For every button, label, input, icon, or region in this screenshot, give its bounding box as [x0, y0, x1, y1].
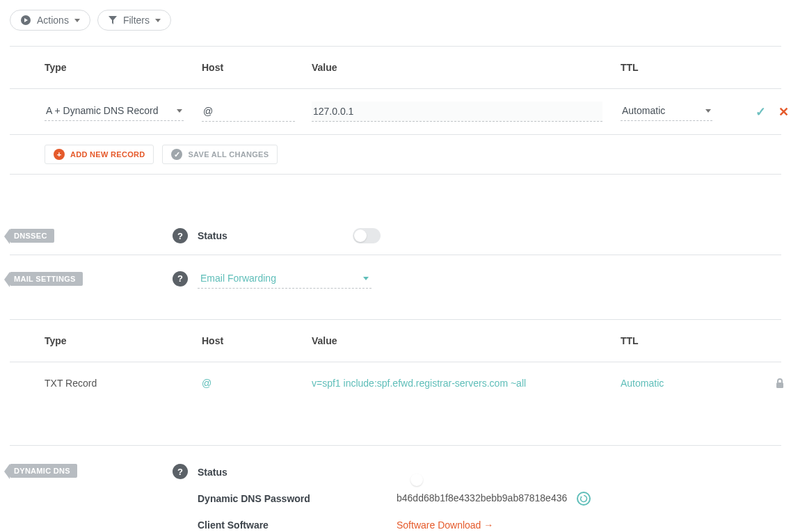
- col-ttl: TTL: [621, 335, 742, 346]
- mail-record-row: TXT Record @ v=spf1 include:spf.efwd.reg…: [10, 362, 781, 404]
- filters-button[interactable]: Filters: [97, 10, 171, 31]
- record-edit-row: A + Dynamic DNS Record Automatic ✓ ✕: [10, 89, 781, 135]
- col-host: Host: [202, 62, 312, 73]
- mail-settings-section: MAIL SETTINGS ? Email Forwarding: [10, 264, 781, 293]
- col-type: Type: [45, 62, 202, 73]
- mail-record-host: @: [202, 378, 312, 389]
- mail-record-value: v=spf1 include:spf.efwd.registrar-server…: [312, 378, 621, 389]
- save-all-changes-label: SAVE ALL CHANGES: [188, 150, 269, 159]
- col-host: Host: [202, 335, 312, 346]
- col-type: Type: [45, 335, 202, 346]
- dynamic-dns-tag: DYNAMIC DNS: [10, 464, 77, 478]
- record-host-input[interactable]: [202, 102, 295, 122]
- mail-record-ttl: Automatic: [621, 378, 742, 389]
- mail-record-type: TXT Record: [45, 378, 202, 389]
- client-software-label: Client Software: [198, 519, 397, 531]
- filters-label: Filters: [123, 15, 150, 26]
- col-value: Value: [312, 62, 621, 73]
- save-all-changes-button[interactable]: ✓ SAVE ALL CHANGES: [162, 145, 278, 164]
- chevron-down-icon: [155, 19, 161, 22]
- mail-forwarding-select[interactable]: Email Forwarding: [198, 268, 371, 289]
- mail-settings-tag: MAIL SETTINGS: [10, 272, 83, 286]
- play-icon: [20, 15, 31, 26]
- record-type-value: A + Dynamic DNS Record: [46, 105, 158, 116]
- add-new-record-button[interactable]: + ADD NEW RECORD: [45, 145, 154, 164]
- mail-table-header: Type Host Value TTL: [10, 319, 781, 362]
- dyndns-password-value: b46dd68b1f8e4332bebb9ab87818e436: [397, 492, 567, 503]
- record-value-input[interactable]: [312, 102, 602, 122]
- help-icon[interactable]: ?: [173, 464, 188, 479]
- check-icon: ✓: [171, 149, 182, 160]
- dyndns-password-label: Dynamic DNS Password: [198, 493, 397, 504]
- dnssec-status-label: Status: [198, 230, 227, 241]
- svg-rect-3: [776, 382, 783, 388]
- help-icon[interactable]: ?: [173, 228, 188, 243]
- col-ttl: TTL: [621, 62, 742, 73]
- chevron-down-icon: [705, 109, 711, 113]
- dynamic-dns-section: DYNAMIC DNS ? Status Dynamic DNS Passwor…: [10, 454, 781, 532]
- record-type-select[interactable]: A + Dynamic DNS Record: [45, 102, 184, 121]
- cancel-icon[interactable]: ✕: [778, 104, 789, 120]
- chevron-down-icon: [177, 109, 182, 113]
- lock-icon: [742, 378, 791, 389]
- dnssec-section: DNSSEC ? Status: [10, 223, 781, 255]
- svg-marker-2: [109, 16, 117, 24]
- confirm-icon[interactable]: ✓: [756, 104, 766, 120]
- help-icon[interactable]: ?: [173, 271, 188, 287]
- plus-icon: +: [54, 149, 65, 160]
- dnssec-status-toggle[interactable]: [353, 228, 381, 243]
- actions-label: Actions: [37, 15, 69, 26]
- record-ttl-value: Automatic: [622, 105, 665, 116]
- dnssec-tag: DNSSEC: [10, 229, 54, 243]
- add-new-record-label: ADD NEW RECORD: [70, 150, 145, 159]
- toolbar: Actions Filters: [10, 10, 781, 31]
- record-ttl-select[interactable]: Automatic: [621, 102, 712, 121]
- dyndns-status-label: Status: [198, 467, 397, 478]
- record-actions-bar: + ADD NEW RECORD ✓ SAVE ALL CHANGES: [10, 135, 781, 175]
- software-download-link[interactable]: Software Download →: [397, 519, 781, 531]
- refresh-icon[interactable]: [577, 492, 591, 506]
- chevron-down-icon: [74, 19, 80, 22]
- mail-forwarding-value: Email Forwarding: [200, 273, 276, 284]
- records-table-header: Type Host Value TTL: [10, 46, 781, 89]
- actions-button[interactable]: Actions: [10, 10, 90, 31]
- chevron-down-icon: [363, 277, 369, 280]
- col-value: Value: [312, 335, 621, 346]
- funnel-icon: [108, 15, 118, 25]
